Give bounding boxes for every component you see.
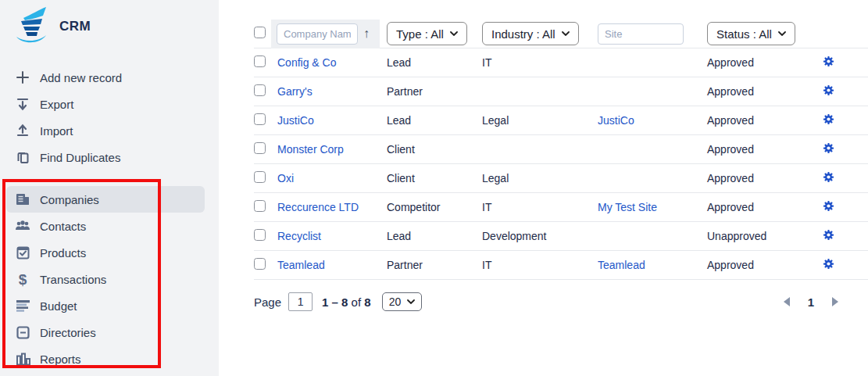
current-page-number[interactable]: 1	[808, 295, 814, 309]
company-name-link[interactable]: Reccurence LTD	[277, 201, 359, 213]
sidebar: CRM Add new record Export Import Find Du…	[0, 0, 219, 376]
sidebar-item-budget[interactable]: Budget	[0, 292, 219, 319]
type-cell: Lead	[387, 56, 482, 69]
sidebar-item-label: Import	[40, 124, 73, 138]
company-name-link[interactable]: Monster Corp	[277, 143, 344, 156]
company-name-link[interactable]: Garry's	[277, 85, 313, 98]
row-checkbox[interactable]	[254, 84, 266, 96]
row-checkbox[interactable]	[254, 229, 266, 241]
company-table-body: Config & Co Lead IT Approved Ga	[254, 48, 868, 280]
sidebar-item-products[interactable]: Products	[0, 239, 219, 266]
industry-filter-label: Industry : All	[491, 27, 555, 41]
directories-icon	[14, 324, 31, 340]
status-cell: Approved	[707, 56, 823, 69]
type-cell: Competitor	[387, 201, 482, 213]
page-label: Page	[254, 295, 281, 309]
company-name-link[interactable]: Teamlead	[277, 259, 325, 271]
type-filter-label: Type : All	[396, 27, 444, 41]
table-row[interactable]: Garry's Partner Approved	[254, 77, 868, 106]
select-all-checkbox[interactable]	[254, 27, 266, 38]
company-name-filter-input[interactable]	[277, 23, 358, 45]
type-cell: Lead	[387, 230, 482, 242]
industry-cell: IT	[482, 259, 598, 271]
site-link[interactable]: JustiCo	[598, 114, 634, 127]
company-name-link[interactable]: Oxi	[277, 172, 294, 184]
contacts-icon	[14, 218, 31, 234]
site-link[interactable]: My Test Site	[598, 201, 657, 213]
page-size-select[interactable]: 20	[382, 292, 423, 311]
sidebar-item-companies[interactable]: Companies	[0, 186, 219, 213]
industry-cell: Legal	[482, 114, 598, 127]
industry-cell: Legal	[482, 172, 598, 184]
row-checkbox[interactable]	[254, 200, 266, 212]
crm-boat-logo-icon	[11, 6, 48, 47]
sidebar-item-add-new-record[interactable]: Add new record	[0, 64, 219, 91]
table-row[interactable]: Teamlead Partner IT Teamlead Approved	[254, 251, 868, 280]
table-row[interactable]: JustiCo Lead Legal JustiCo Approved	[254, 106, 868, 135]
gear-icon[interactable]	[823, 171, 834, 183]
status-cell: Approved	[707, 143, 823, 156]
gear-icon[interactable]	[823, 229, 834, 241]
gear-icon[interactable]	[823, 84, 834, 96]
type-filter-dropdown[interactable]: Type : All	[387, 22, 467, 45]
gear-icon[interactable]	[823, 56, 834, 67]
sidebar-item-label: Find Duplicates	[40, 151, 120, 164]
sidebar-item-find-duplicates[interactable]: Find Duplicates	[0, 144, 219, 170]
table-row[interactable]: Config & Co Lead IT Approved	[254, 48, 868, 77]
companies-icon	[14, 192, 31, 207]
gear-icon[interactable]	[823, 142, 834, 154]
sidebar-item-label: Directories	[40, 326, 96, 339]
table-row[interactable]: Monster Corp Client Approved	[254, 135, 868, 164]
previous-page-icon[interactable]	[784, 297, 790, 306]
row-checkbox[interactable]	[254, 142, 266, 154]
range-start-end: 1 – 8	[322, 295, 348, 309]
transactions-icon: $	[14, 271, 31, 287]
status-cell: Approved	[707, 114, 823, 127]
total-count: 8	[364, 295, 370, 309]
status-cell: Unapproved	[707, 230, 823, 242]
company-name-link[interactable]: Config & Co	[277, 56, 336, 69]
sidebar-item-import[interactable]: Import	[0, 117, 219, 144]
sidebar-item-contacts[interactable]: Contacts	[0, 213, 219, 239]
sidebar-item-export[interactable]: Export	[0, 91, 219, 117]
sidebar-item-transactions[interactable]: $ Transactions	[0, 266, 219, 292]
chevron-down-icon	[562, 31, 570, 36]
row-checkbox[interactable]	[254, 113, 266, 125]
sidebar-item-directories[interactable]: Directories	[0, 319, 219, 346]
sidebar-item-label: Contacts	[40, 220, 86, 233]
type-cell: Client	[387, 143, 482, 156]
sidebar-nav: Companies Contacts Products $ Transactio…	[0, 186, 219, 372]
type-cell: Client	[387, 172, 482, 184]
sidebar-item-label: Export	[40, 98, 73, 111]
site-link[interactable]: Teamlead	[598, 259, 645, 271]
row-checkbox[interactable]	[254, 56, 266, 67]
industry-cell: IT	[482, 201, 598, 213]
industry-filter-dropdown[interactable]: Industry : All	[482, 22, 579, 45]
site-filter-input[interactable]	[598, 23, 684, 45]
row-checkbox[interactable]	[254, 171, 266, 183]
import-icon	[14, 123, 31, 138]
industry-cell: Development	[482, 230, 598, 242]
sidebar-item-label: Companies	[40, 193, 99, 206]
table-row[interactable]: Oxi Client Legal Approved	[254, 164, 868, 193]
status-cell: Approved	[707, 259, 823, 271]
of-label: of	[352, 295, 362, 309]
gear-icon[interactable]	[823, 113, 834, 125]
duplicates-icon	[14, 149, 31, 165]
next-page-icon[interactable]	[832, 297, 838, 306]
sidebar-item-reports[interactable]: Reports	[0, 346, 219, 372]
sidebar-item-label: Transactions	[40, 273, 106, 286]
sidebar-item-label: Reports	[40, 353, 81, 366]
status-filter-dropdown[interactable]: Status : All	[707, 22, 795, 45]
company-name-link[interactable]: Recyclist	[277, 230, 321, 242]
sort-ascending-icon[interactable]: ↑	[363, 27, 370, 40]
record-range: 1 – 8 of 8	[322, 295, 371, 309]
plus-icon	[14, 70, 31, 85]
page-number-input[interactable]	[288, 292, 313, 311]
company-name-link[interactable]: JustiCo	[277, 114, 314, 127]
table-row[interactable]: Reccurence LTD Competitor IT My Test Sit…	[254, 193, 868, 222]
row-checkbox[interactable]	[254, 258, 266, 270]
gear-icon[interactable]	[823, 200, 834, 212]
gear-icon[interactable]	[823, 258, 834, 270]
table-row[interactable]: Recyclist Lead Development Unapproved	[254, 222, 868, 251]
